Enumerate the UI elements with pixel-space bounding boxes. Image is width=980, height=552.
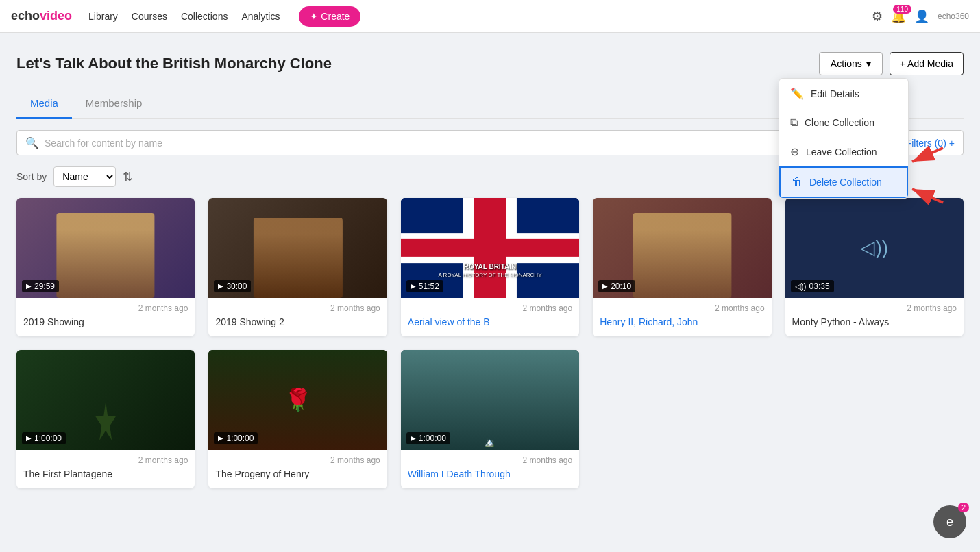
- media-title[interactable]: Monty Python - Always: [792, 316, 957, 328]
- media-duration: ◁)) 03:35: [791, 280, 834, 292]
- media-thumbnail: 🏔️ ▶ 1:00:00: [401, 350, 579, 450]
- actions-dropdown: ✏️ Edit Details ⧉ Clone Collection ⊖ Lea…: [779, 78, 909, 199]
- actions-label: Actions: [831, 58, 862, 69]
- media-thumbnail: ▶ 30:00: [208, 198, 387, 298]
- media-title[interactable]: 2019 Showing 2: [215, 316, 380, 328]
- tab-media[interactable]: Media: [16, 89, 72, 119]
- edit-icon: ✏️: [790, 87, 804, 100]
- page-wrapper: Let's Talk About the British Monarchy Cl…: [0, 33, 980, 552]
- media-card-item-8[interactable]: 🏔️ ▶ 1:00:00 2 months ago William I Deat…: [401, 350, 579, 488]
- media-date: 2 months ago: [408, 303, 572, 313]
- tab-membership[interactable]: Membership: [72, 89, 156, 119]
- media-title[interactable]: The First Plantagene: [23, 468, 188, 480]
- media-card-item-4[interactable]: ▶ 20:10 2 months ago Henry II, Richard, …: [593, 198, 771, 336]
- media-date: 2 months ago: [23, 303, 188, 313]
- media-thumbnail: ▶ 29:59: [16, 198, 195, 298]
- settings-icon[interactable]: ⚙: [872, 9, 883, 24]
- nav-links: Library Courses Collections Analytics ✦ …: [88, 6, 872, 27]
- play-icon: ▶: [218, 434, 223, 442]
- sort-select[interactable]: Name Date Duration: [53, 166, 116, 187]
- sort-order-icon[interactable]: ⇅: [123, 169, 133, 184]
- media-thumbnail: ▶ 20:10: [593, 198, 771, 298]
- audio-icon: ◁)): [795, 281, 807, 291]
- media-date: 2 months ago: [600, 303, 764, 313]
- logo-echo: echo: [11, 9, 40, 23]
- media-date: 2 months ago: [408, 455, 572, 465]
- logo[interactable]: echovideo: [11, 9, 72, 23]
- search-input[interactable]: [45, 138, 901, 149]
- notifications-icon[interactable]: 🔔 110: [891, 9, 906, 24]
- media-info: 2 months ago 2019 Showing: [16, 298, 195, 336]
- media-info: 2 months ago Monty Python - Always: [785, 298, 964, 336]
- media-date: 2 months ago: [23, 455, 188, 465]
- media-card-item-6[interactable]: ▶ 1:00:00 2 months ago The First Plantag…: [16, 350, 195, 488]
- media-thumbnail: ◁)) ◁)) 03:35: [785, 198, 964, 298]
- media-date: 2 months ago: [215, 303, 380, 313]
- delete-collection-option[interactable]: 🗑 Delete Collection: [779, 166, 908, 198]
- echo360-label: echo360: [938, 12, 969, 21]
- clone-collection-label: Clone Collection: [805, 117, 874, 128]
- nav-link-analytics[interactable]: Analytics: [241, 11, 280, 22]
- nav-right: ⚙ 🔔 110 👤 echo360: [872, 9, 969, 24]
- add-media-button[interactable]: + Add Media: [890, 52, 964, 75]
- media-duration: ▶ 1:00:00: [214, 432, 258, 444]
- chevron-down-icon: ▾: [866, 58, 871, 69]
- play-icon: ▶: [411, 282, 416, 290]
- media-title[interactable]: Henry II, Richard, John: [600, 316, 764, 328]
- chat-bubble[interactable]: e 2: [933, 505, 966, 538]
- media-info: 2 months ago Henry II, Richard, John: [593, 298, 771, 336]
- media-info: 2 months ago William I Death Through: [401, 450, 579, 488]
- edit-details-option[interactable]: ✏️ Edit Details: [779, 79, 908, 108]
- sort-label: Sort by: [16, 171, 47, 182]
- delete-icon: 🗑: [792, 176, 803, 188]
- notification-badge: 110: [893, 5, 911, 14]
- play-icon: ▶: [411, 434, 416, 442]
- media-grid: ▶ 29:59 2 months ago 2019 Showing ▶ 30:0…: [16, 198, 964, 488]
- delete-collection-label: Delete Collection: [809, 177, 882, 188]
- media-date: 2 months ago: [792, 303, 957, 313]
- play-icon: ▶: [602, 282, 608, 290]
- top-navigation: echovideo Library Courses Collections An…: [0, 0, 980, 33]
- media-duration: ▶ 1:00:00: [406, 432, 450, 444]
- media-duration: ▶ 20:10: [598, 280, 635, 292]
- media-date: 2 months ago: [215, 455, 380, 465]
- nav-link-collections[interactable]: Collections: [181, 11, 228, 22]
- media-duration: ▶ 51:52: [406, 280, 443, 292]
- chat-badge: 2: [958, 503, 969, 512]
- add-filter-icon: +: [949, 138, 955, 149]
- leave-icon: ⊖: [790, 145, 799, 158]
- media-title[interactable]: Aerial view of the B: [408, 316, 572, 328]
- media-duration: ▶ 29:59: [22, 280, 59, 292]
- media-info: 2 months ago The First Plantagene: [16, 450, 195, 488]
- nav-link-courses[interactable]: Courses: [132, 11, 167, 22]
- media-info: 2 months ago 2019 Showing 2: [208, 298, 387, 336]
- filters-button[interactable]: Filters (0) +: [906, 138, 955, 149]
- media-duration: ▶ 1:00:00: [22, 432, 66, 444]
- media-card-item-7[interactable]: 🌹 ▶ 1:00:00 2 months ago The Progeny of …: [208, 350, 387, 488]
- play-icon: ▶: [26, 434, 32, 442]
- edit-details-label: Edit Details: [811, 88, 859, 99]
- leave-collection-option[interactable]: ⊖ Leave Collection: [779, 137, 908, 166]
- nav-link-library[interactable]: Library: [88, 11, 118, 22]
- media-card-item-5[interactable]: ◁)) ◁)) 03:35 2 months ago Monty Python …: [785, 198, 964, 336]
- media-title[interactable]: 2019 Showing: [23, 316, 188, 328]
- clone-collection-option[interactable]: ⧉ Clone Collection: [779, 108, 908, 137]
- media-thumbnail: 🌹 ▶ 1:00:00: [208, 350, 387, 450]
- create-button[interactable]: ✦ Create: [299, 6, 360, 27]
- actions-button[interactable]: Actions ▾: [819, 52, 883, 75]
- leave-collection-label: Leave Collection: [806, 147, 877, 158]
- media-title[interactable]: William I Death Through: [408, 468, 572, 480]
- filters-label: Filters (0): [906, 138, 946, 149]
- play-icon: ▶: [26, 282, 32, 290]
- media-title[interactable]: The Progeny of Henry: [215, 468, 380, 480]
- media-card-item-1[interactable]: ▶ 29:59 2 months ago 2019 Showing: [16, 198, 195, 336]
- media-card-item-2[interactable]: ▶ 30:00 2 months ago 2019 Showing 2: [208, 198, 387, 336]
- media-duration: ▶ 30:00: [214, 280, 251, 292]
- user-icon[interactable]: 👤: [914, 9, 929, 24]
- media-card-item-3[interactable]: ROYAL BRITAINA ROYAL HISTORY OF THE MONA…: [401, 198, 579, 336]
- media-thumbnail: ROYAL BRITAINA ROYAL HISTORY OF THE MONA…: [401, 198, 579, 298]
- logo-video: video: [40, 9, 72, 23]
- page-title: Let's Talk About the British Monarchy Cl…: [16, 55, 332, 73]
- page-header: Let's Talk About the British Monarchy Cl…: [16, 47, 964, 75]
- search-icon: 🔍: [25, 136, 39, 149]
